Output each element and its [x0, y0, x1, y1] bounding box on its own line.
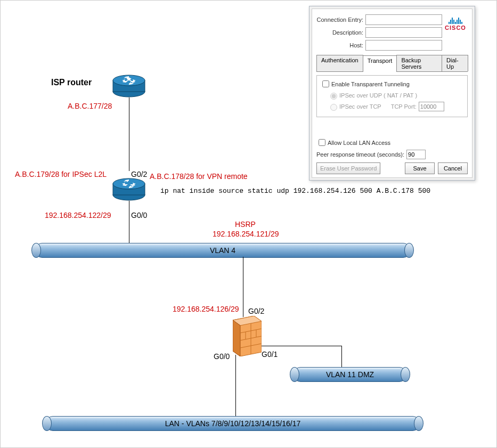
allow-local-lan-checkbox[interactable]: [319, 139, 325, 146]
edge-ipsec-l2l-label: A.B.C.179/28 for IPSec L2L: [15, 170, 107, 178]
peer-timeout-input[interactable]: [406, 150, 426, 159]
ipsec-tcp-label: IPSec over TCP: [339, 103, 381, 110]
edge-router-icon: [112, 177, 145, 201]
host-input[interactable]: [365, 40, 442, 51]
svg-marker-8: [233, 320, 240, 356]
transparent-tunneling-group: Enable Transparent Tunneling IPSec over …: [316, 75, 468, 117]
cisco-logo-text: CISCO: [444, 25, 467, 31]
host-label: Host:: [316, 42, 365, 48]
ipsec-over-tcp-radio: [330, 104, 337, 111]
tcp-port-input: [419, 102, 444, 111]
isp-router-ip: A.B.C.177/28: [68, 102, 112, 110]
description-input[interactable]: [365, 27, 442, 38]
allow-lan-label: Allow Local LAN Access: [328, 140, 390, 146]
edge-inside-ip: 192.168.254.122/29: [45, 211, 111, 219]
tab-backup-servers[interactable]: Backup Servers: [396, 55, 442, 71]
ipsec-udp-label: IPSec over UDP ( NAT / PAT ): [339, 92, 417, 99]
peer-timeout-label: Peer response timeout (seconds):: [316, 151, 404, 158]
link-fw-to-lan: [235, 355, 236, 416]
edge-nat-command: ip nat inside source static udp 192.168.…: [160, 187, 430, 195]
erase-user-password-button: Erase User Password: [316, 162, 380, 174]
edge-vpn-remote-label: A.B.C.178/28 for VPN remote: [150, 172, 248, 181]
lan-label: LAN - VLANs 7/8/9/10/12/13/14/15/16/17: [46, 417, 419, 430]
tab-dialup[interactable]: Dial-Up: [442, 55, 468, 71]
conn-entry-label: Connection Entry:: [316, 17, 365, 23]
enable-transparent-tunneling-checkbox[interactable]: [322, 80, 329, 87]
save-button[interactable]: Save: [405, 162, 435, 174]
link-isp-to-edge: [129, 97, 129, 171]
firewall-g01-label: G0/1: [262, 350, 278, 359]
edge-g02-label: G0/2: [131, 170, 147, 178]
tab-transport[interactable]: Transport: [363, 55, 397, 72]
vlan4-label: VLAN 4: [36, 243, 410, 257]
enable-tt-label: Enable Transparent Tunneling: [331, 81, 410, 87]
dialog-tabs: Authentication Transport Backup Servers …: [316, 55, 468, 72]
firewall-g02-label: G0/2: [248, 307, 264, 315]
network-diagram: ISP router A.B.C.177/28 A.B.C.179/28 for…: [0, 0, 497, 448]
lan-bus: LAN - VLANs 7/8/9/10/12/13/14/15/16/17: [46, 416, 420, 431]
link-vlan4-to-firewall: [243, 257, 243, 317]
conn-entry-input[interactable]: [365, 14, 442, 25]
vlan11-label: VLAN 11 DMZ: [294, 368, 406, 381]
hsrp-label: HSRP: [235, 220, 256, 229]
firewall-top-ip: 192.168.254.126/29: [173, 305, 239, 313]
description-label: Description:: [316, 29, 365, 36]
firewall-icon: [233, 316, 262, 356]
isp-router-icon: [112, 74, 145, 97]
cisco-vpn-client-dialog: CISCO Connection Entry: Description: Hos…: [309, 6, 475, 181]
link-edge-to-vlan4: [129, 201, 129, 243]
vlan11-dmz-bus: VLAN 11 DMZ: [294, 367, 406, 382]
cisco-logo: CISCO: [444, 15, 467, 31]
link-fw-to-dmz-v: [341, 346, 342, 367]
firewall-g00-label: G0/0: [214, 352, 230, 361]
vlan4-bus: VLAN 4: [35, 243, 410, 258]
tab-authentication[interactable]: Authentication: [316, 55, 363, 71]
isp-router-label: ISP router: [51, 78, 92, 87]
hsrp-ip: 192.168.254.121/29: [213, 230, 279, 238]
tcp-port-label: TCP Port:: [391, 103, 417, 110]
link-fw-to-dmz-h: [262, 346, 341, 346]
ipsec-over-udp-radio: [330, 93, 337, 100]
cancel-button[interactable]: Cancel: [438, 162, 468, 174]
edge-g00-label: G0/0: [131, 211, 147, 219]
